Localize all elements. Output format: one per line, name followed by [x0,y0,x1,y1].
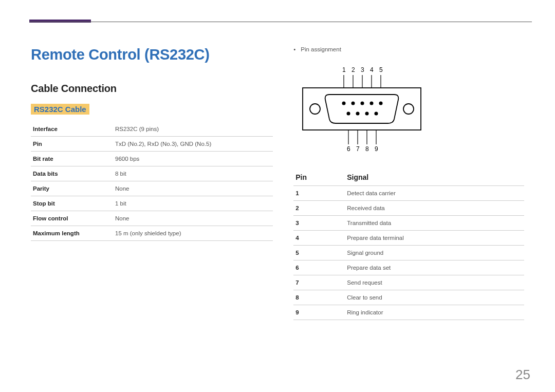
spec-table: InterfaceRS232C (9 pins)PinTxD (No.2), R… [31,122,273,241]
spec-value: 9600 bps [113,152,273,166]
table-row: Maximum length15 m (only shielded type) [31,226,273,241]
spec-label: Parity [31,181,113,196]
connector-diagram: 1 2 3 4 5 6 7 8 9 [293,65,427,155]
pin-number: 1 [293,186,345,201]
svg-point-26 [347,112,350,116]
table-row: InterfaceRS232C (9 pins) [31,122,273,137]
table-row: 8Clear to send [293,290,524,305]
pin-signal: Prepare data terminal [345,231,524,246]
spec-value: 15 m (only shielded type) [113,226,273,241]
svg-text:9: 9 [375,145,378,153]
pin-number: 4 [293,231,345,246]
svg-text:6: 6 [347,145,350,153]
spec-value: TxD (No.2), RxD (No.3), GND (No.5) [113,137,273,152]
svg-text:7: 7 [356,145,360,153]
header-divider [29,22,532,22]
spec-label: Pin [31,137,113,152]
svg-text:5: 5 [379,66,383,73]
spec-value: None [113,211,273,226]
svg-point-29 [375,112,378,116]
table-row: ParityNone [31,181,273,196]
pin-signal-table: Pin Signal 1Detect data carrier2Received… [293,169,524,320]
pin-signal: Detect data carrier [345,186,524,201]
table-row: PinTxD (No.2), RxD (No.3), GND (No.5) [31,137,273,152]
svg-text:8: 8 [365,145,369,153]
svg-point-23 [361,102,364,105]
pin-number: 3 [293,216,345,231]
spec-value: 1 bit [113,196,273,211]
svg-text:4: 4 [370,66,374,73]
svg-point-22 [351,102,355,105]
spec-label: Interface [31,122,113,137]
pin-signal: Received data [345,201,524,216]
svg-point-21 [342,102,346,105]
pin-number: 7 [293,275,345,290]
svg-text:2: 2 [351,66,355,73]
table-row: 9Ring indicator [293,305,524,320]
pin-signal: Send request [345,275,524,290]
page-title: Remote Control (RS232C) [31,46,273,63]
table-row: Flow controlNone [31,211,273,226]
svg-point-28 [365,112,369,116]
section-title: Cable Connection [31,83,273,95]
table-row: 3Transmitted data [293,216,524,231]
svg-point-25 [379,102,383,105]
pin-signal: Prepare data set [345,260,524,275]
spec-value: 8 bit [113,166,273,181]
table-row: 5Signal ground [293,246,524,260]
spec-label: Maximum length [31,226,113,241]
pin-signal: Ring indicator [345,305,524,320]
spec-value: None [113,181,273,196]
svg-point-27 [356,112,360,116]
spec-label: Stop bit [31,196,113,211]
spec-label: Data bits [31,166,113,181]
right-column: •Pin assignment 1 2 3 4 5 6 7 8 9 [293,46,524,320]
table-row: 2Received data [293,201,524,216]
page-number: 25 [515,367,530,383]
svg-text:3: 3 [361,66,364,73]
spec-value: RS232C (9 pins) [113,122,273,137]
pin-assignment-label: •Pin assignment [293,46,524,52]
spec-label: Flow control [31,211,113,226]
pin-number: 2 [293,201,345,216]
spec-label: Bit rate [31,152,113,166]
pin-signal: Transmitted data [345,216,524,231]
table-row: Data bits8 bit [31,166,273,181]
svg-text:1: 1 [342,66,346,73]
pin-header: Pin [293,169,345,186]
pin-number: 8 [293,290,345,305]
pin-number: 5 [293,246,345,260]
table-row: 6Prepare data set [293,260,524,275]
header-accent-bar [29,20,91,23]
pin-number: 6 [293,260,345,275]
table-row: Bit rate9600 bps [31,152,273,166]
pin-signal: Clear to send [345,290,524,305]
pin-number: 9 [293,305,345,320]
subsection-title: RS232C Cable [31,104,89,115]
table-row: 4Prepare data terminal [293,231,524,246]
signal-header: Signal [345,169,524,186]
left-column: Remote Control (RS232C) Cable Connection… [31,46,273,320]
table-row: Stop bit1 bit [31,196,273,211]
table-row: 1Detect data carrier [293,186,524,201]
pin-signal: Signal ground [345,246,524,260]
svg-point-24 [370,102,374,105]
table-row: 7Send request [293,275,524,290]
